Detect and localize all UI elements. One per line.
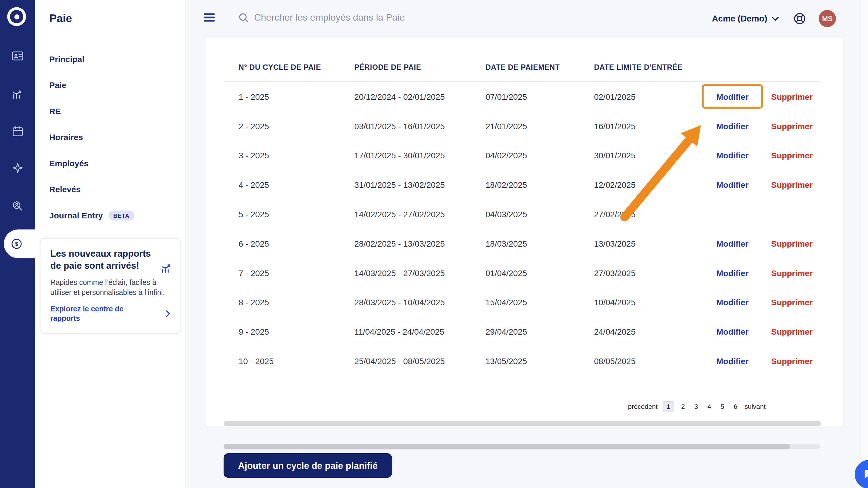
employees-directory-icon[interactable] <box>0 50 35 62</box>
modifier-link[interactable]: Modifier <box>716 92 749 102</box>
sidebar-item-re[interactable]: RE <box>35 98 186 124</box>
supprimer-link[interactable]: Supprimer <box>771 121 813 131</box>
entry-deadline: 24/04/2025 <box>594 327 702 337</box>
cycle-number: 3 - 2025 <box>239 151 354 160</box>
payment-date: 13/05/2025 <box>486 356 594 366</box>
payment-date: 04/02/2025 <box>486 151 594 160</box>
modifier-link[interactable]: Modifier <box>716 239 749 248</box>
modifier-link[interactable]: Modifier <box>716 151 749 160</box>
cycle-number: 6 - 2025 <box>239 239 354 248</box>
sidebar: Paie Principal Paie RE Horaires Employés… <box>35 0 186 488</box>
col-header-cycle: N° DU CYCLE DE PAIE <box>239 63 354 71</box>
pagination: précédent 1 2 3 4 5 6 suivant <box>224 401 766 412</box>
promo-title: Les nouveaux rapports de paie sont arriv… <box>50 248 170 272</box>
reports-icon[interactable] <box>0 88 35 100</box>
modifier-link[interactable]: Modifier <box>716 180 749 190</box>
calendar-icon[interactable] <box>0 125 35 137</box>
sidebar-item-employes[interactable]: Employés <box>35 150 186 176</box>
promo-chart-icon <box>160 262 173 277</box>
payment-date: 29/04/2025 <box>486 327 594 337</box>
payment-date: 21/01/2025 <box>486 121 594 131</box>
modifier-link[interactable]: Modifier <box>716 121 749 131</box>
help-icon[interactable] <box>793 12 806 27</box>
pay-period: 28/03/2025 - 10/04/2025 <box>354 297 486 307</box>
sidebar-item-horaires[interactable]: Horaires <box>35 124 186 150</box>
col-header-deadline: DATE LIMITE D’ENTRÉE <box>594 63 702 71</box>
supprimer-link[interactable]: Supprimer <box>771 297 813 307</box>
sidebar-item-journal-entry[interactable]: Journal Entry BETA <box>35 202 186 228</box>
menu-toggle-icon[interactable] <box>204 13 215 22</box>
pay-period: 28/02/2025 - 13/03/2025 <box>354 239 486 248</box>
modifier-link[interactable]: Modifier <box>716 268 749 278</box>
table-horizontal-scrollbar[interactable] <box>224 421 821 426</box>
table-row: 2 - 2025 03/01/2025 - 16/01/2025 21/01/2… <box>239 111 821 141</box>
entry-deadline: 02/01/2025 <box>594 92 702 102</box>
supprimer-link[interactable]: Supprimer <box>771 239 813 248</box>
explore-reports-link[interactable]: Explorez le centre de rapports <box>50 304 170 323</box>
scrollbar-thumb[interactable] <box>224 444 790 450</box>
payroll-dollar-icon: $ <box>10 238 23 252</box>
entry-deadline: 12/02/2025 <box>594 180 702 190</box>
rewards-star-icon[interactable] <box>0 162 35 174</box>
entry-deadline: 27/02/2025 <box>594 209 702 219</box>
supprimer-link[interactable]: Supprimer <box>771 268 813 278</box>
company-switcher[interactable]: Acme (Demo) <box>712 14 779 24</box>
table-row: 5 - 2025 14/02/2025 - 27/02/2025 04/03/2… <box>239 200 821 229</box>
sidebar-item-releves[interactable]: Relevés <box>35 176 186 202</box>
beta-badge: BETA <box>108 210 134 220</box>
supprimer-link[interactable]: Supprimer <box>771 180 813 190</box>
sidebar-menu: Principal Paie RE Horaires Employés Rele… <box>35 46 186 228</box>
col-header-period: PÉRIODE DE PAIE <box>354 63 486 71</box>
entry-deadline: 16/01/2025 <box>594 121 702 131</box>
payment-date: 01/04/2025 <box>486 268 594 278</box>
pagination-page-3[interactable]: 3 <box>692 402 701 412</box>
sidebar-item-principal[interactable]: Principal <box>35 46 186 72</box>
table-row: 6 - 2025 28/02/2025 - 13/03/2025 18/03/2… <box>239 229 821 258</box>
entry-deadline: 30/01/2025 <box>594 151 702 160</box>
vertical-scrollbar-track <box>860 0 868 488</box>
entry-deadline: 10/04/2025 <box>594 297 702 307</box>
table-row: 1 - 2025 20/12/2024 - 02/01/2025 07/01/2… <box>239 82 821 112</box>
table-row: 10 - 2025 25/04/2025 - 08/05/2025 13/05/… <box>239 346 821 376</box>
modifier-link[interactable]: Modifier <box>716 327 749 337</box>
modifier-link[interactable]: Modifier <box>716 356 749 366</box>
people-search-icon[interactable] <box>0 200 35 212</box>
supprimer-link[interactable]: Supprimer <box>771 356 813 366</box>
chevron-down-icon <box>772 17 779 21</box>
table-row: 4 - 2025 31/01/2025 - 13/02/2025 18/02/2… <box>239 170 821 200</box>
brand-logo[interactable] <box>7 7 26 26</box>
page-horizontal-scrollbar[interactable] <box>224 444 820 450</box>
search-icon <box>238 12 249 23</box>
svg-text:$: $ <box>15 241 18 247</box>
entry-deadline: 08/05/2025 <box>594 356 702 366</box>
supprimer-link[interactable]: Supprimer <box>771 92 813 102</box>
pagination-page-2[interactable]: 2 <box>679 402 687 412</box>
pagination-page-6[interactable]: 6 <box>732 402 740 412</box>
supprimer-link[interactable]: Supprimer <box>771 327 813 337</box>
table-row: 3 - 2025 17/01/2025 - 30/01/2025 04/02/2… <box>239 141 821 170</box>
employee-search <box>238 12 492 23</box>
main-content: Acme (Demo) MS N° DU CYCLE DE PAIE PÉRIO… <box>186 0 868 488</box>
payroll-active-tab[interactable]: $ <box>4 229 35 258</box>
supprimer-link[interactable]: Supprimer <box>771 151 813 160</box>
pagination-next[interactable]: suivant <box>744 403 766 410</box>
add-pay-cycle-button[interactable]: Ajouter un cycle de paie planifié <box>224 453 392 478</box>
payment-date: 15/04/2025 <box>486 297 594 307</box>
brand-logo-ring <box>10 10 23 23</box>
user-avatar[interactable]: MS <box>819 10 836 27</box>
cycle-number: 1 - 2025 <box>239 92 354 102</box>
pagination-previous[interactable]: précédent <box>628 403 657 410</box>
pagination-page-1[interactable]: 1 <box>662 401 674 412</box>
col-header-payment-date: DATE DE PAIEMENT <box>486 63 594 71</box>
search-input[interactable] <box>254 12 492 23</box>
cycle-number: 10 - 2025 <box>239 356 354 366</box>
entry-deadline: 13/03/2025 <box>594 239 702 248</box>
sidebar-item-paie[interactable]: Paie <box>35 72 186 98</box>
promo-body: Rapides comme l’éclair, faciles à utilis… <box>50 277 170 297</box>
payroll-app: $ Paie Principal Paie RE Horaires Employ… <box>0 0 868 488</box>
pagination-page-4[interactable]: 4 <box>705 402 713 412</box>
reports-promo-card: Les nouveaux rapports de paie sont arriv… <box>40 238 181 334</box>
chat-icon <box>862 468 868 481</box>
modifier-link[interactable]: Modifier <box>716 297 749 307</box>
pagination-page-5[interactable]: 5 <box>718 402 726 412</box>
